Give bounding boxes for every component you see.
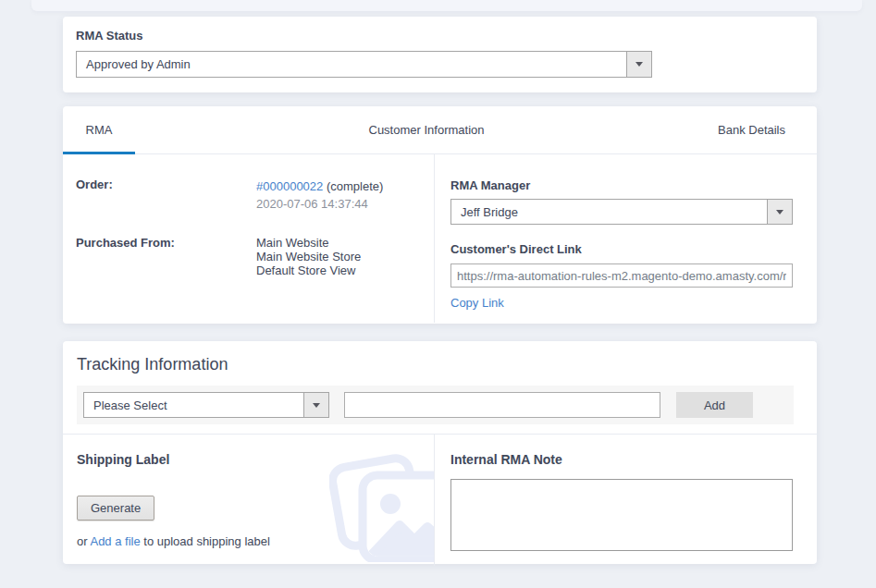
rma-manager-column: RMA Manager Jeff Bridge Customer's Direc…: [435, 154, 817, 323]
upload-hint-suffix: to upload shipping label: [141, 534, 270, 548]
order-number-link[interactable]: #000000022: [256, 179, 323, 193]
tab-bank-details-label: Bank Details: [718, 123, 785, 137]
tab-customer-information-label: Customer Information: [369, 123, 485, 137]
direct-link-input[interactable]: [450, 263, 793, 288]
tracking-number-input[interactable]: [344, 392, 660, 418]
order-date: 2020-07-06 14:37:44: [256, 195, 383, 213]
internal-note-textarea[interactable]: [450, 479, 793, 551]
order-info-column: Order: #000000022 (complete) 2020-07-06 …: [63, 154, 435, 323]
rma-status-selected-value: Approved by Admin: [77, 52, 626, 77]
rma-manager-select[interactable]: Jeff Bridge: [450, 199, 793, 225]
copy-link[interactable]: Copy Link: [450, 296, 504, 310]
image-placeholder-icon: [329, 447, 434, 562]
tab-rma-label: RMA: [86, 123, 113, 137]
rma-manager-dropdown-button[interactable]: [767, 200, 792, 224]
internal-note-column: Internal RMA Note: [435, 435, 817, 566]
rma-status-card: RMA Status Approved by Admin: [63, 17, 817, 92]
rma-status-select[interactable]: Approved by Admin: [76, 51, 652, 78]
tracking-title: Tracking Information: [63, 341, 817, 374]
shipping-note-section: Shipping Label Generate or Add a file to…: [63, 434, 817, 566]
purchased-from-row: Purchased From: Main Website Main Websit…: [76, 236, 434, 277]
rma-status-label: RMA Status: [76, 29, 804, 43]
carrier-dropdown-button[interactable]: [303, 393, 328, 417]
store-line: Main Website Store: [256, 250, 361, 263]
tabs-bar: RMA Customer Information Bank Details: [63, 106, 817, 154]
rma-status-dropdown-button[interactable]: [626, 52, 651, 77]
order-value: #000000022 (complete) 2020-07-06 14:37:4…: [256, 178, 383, 213]
chevron-down-icon: [313, 403, 320, 408]
chevron-down-icon: [776, 210, 783, 214]
generate-label-button[interactable]: Generate: [77, 496, 154, 521]
add-tracking-button[interactable]: Add: [676, 392, 753, 418]
rma-manager-selected-value: Jeff Bridge: [451, 200, 767, 224]
tracking-card: Tracking Information Please Select Add S…: [63, 341, 817, 564]
carrier-select[interactable]: Please Select: [83, 392, 329, 418]
shipping-label-column: Shipping Label Generate or Add a file to…: [63, 435, 435, 566]
previous-card-edge: [31, 0, 862, 11]
upload-hint-prefix: or: [77, 534, 90, 548]
tracking-controls-strip: Please Select Add: [77, 386, 794, 424]
tab-bank-details[interactable]: Bank Details: [718, 106, 817, 153]
chevron-down-icon: [635, 62, 643, 67]
rma-details-card: RMA Customer Information Bank Details Or…: [63, 106, 817, 324]
add-file-link[interactable]: Add a file: [90, 534, 140, 548]
store-line: Default Store View: [256, 263, 361, 277]
purchased-from-label: Purchased From:: [76, 236, 256, 277]
carrier-selected-value: Please Select: [84, 393, 303, 417]
order-row: Order: #000000022 (complete) 2020-07-06 …: [76, 178, 434, 213]
order-status-text: (complete): [327, 179, 383, 193]
store-line: Main Website: [256, 236, 361, 250]
order-label: Order:: [76, 178, 256, 213]
rma-manager-label: RMA Manager: [450, 178, 793, 192]
purchased-from-value: Main Website Main Website Store Default …: [256, 236, 361, 277]
tab-customer-information[interactable]: Customer Information: [135, 106, 718, 153]
rma-tab-content: Order: #000000022 (complete) 2020-07-06 …: [63, 154, 817, 323]
direct-link-label: Customer's Direct Link: [450, 242, 793, 256]
internal-note-title: Internal RMA Note: [450, 452, 793, 467]
active-tab-underline: [63, 152, 135, 154]
tab-rma[interactable]: RMA: [63, 106, 135, 153]
